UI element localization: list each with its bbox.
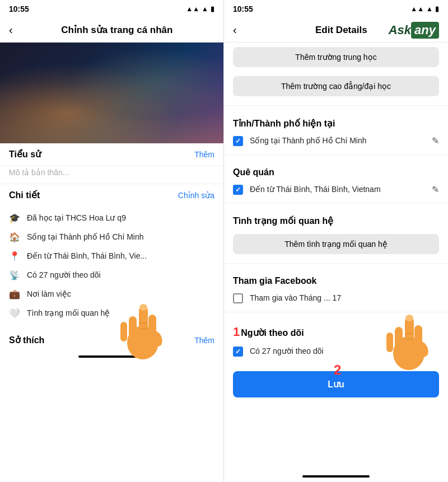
chi-tiet-label: Chi tiết — [9, 190, 40, 200]
work-icon: 💼 — [9, 288, 20, 300]
tinh-thanh-checkbox[interactable]: ✓ — [233, 136, 243, 146]
left-status-bar: 10:55 ▲▲ ▲ ▮ — [0, 0, 223, 18]
que-quan-text: Đến từ Thái Bình, Thái Bình, Vietnam — [250, 184, 381, 195]
bio-placeholder[interactable]: Mô tả bản thân... — [0, 166, 223, 184]
divider-4 — [224, 263, 448, 264]
svg-rect-4 — [120, 322, 127, 341]
add-university-button[interactable]: Thêm trường cao đẳng/đại học — [233, 76, 439, 96]
badge-1: 1 — [233, 325, 240, 339]
school-icon: 🎓 — [9, 212, 20, 223]
right-battery-icon: ▮ — [435, 5, 439, 13]
badge-2: 2 — [334, 362, 341, 378]
nguoi-theo-doi-section: 1Người theo dõi ✓ Có 27 người theo dõi — [224, 317, 448, 361]
checkmark-nguoi: ✓ — [235, 348, 241, 355]
tinh-thanh-label: Tỉnh/Thành phố hiện tại — [224, 110, 448, 132]
left-home-indicator — [0, 351, 223, 362]
right-panel: 10:55 ▲▲ ▲ ▮ ‹ Ask any Edit Details Thêm… — [224, 0, 448, 482]
city-lights — [0, 83, 223, 143]
left-header: ‹ Chỉnh sửa trang cá nhân — [0, 18, 223, 43]
hand-pointer-right — [381, 306, 437, 375]
que-quan-edit-icon[interactable]: ✎ — [432, 184, 439, 195]
tham-gia-label: Tham gia Facebook — [224, 268, 448, 289]
right-content: Thêm trường trung học Thêm trường cao đẳ… — [224, 43, 448, 471]
luu-button[interactable]: 2 Lưu — [233, 371, 439, 397]
chi-tiet-header: Chi tiết Chỉnh sửa — [0, 184, 223, 206]
right-time: 10:55 — [233, 4, 253, 13]
left-page-title: Chỉnh sửa trang cá nhân — [20, 24, 214, 36]
tham-gia-checkbox[interactable] — [233, 293, 243, 303]
right-home-indicator — [224, 471, 448, 482]
svg-point-15 — [405, 315, 413, 321]
detail-relationship-text: Tình trạng mối quan hệ — [27, 308, 110, 317]
que-quan-row: ✓ Đến từ Thái Bình, Thái Bình, Vietnam ✎ — [224, 181, 448, 199]
tinh-thanh-text: Sống tại Thành phố Hồ Chí Minh — [250, 135, 367, 147]
detail-list: 🎓 Đã học tại THCS Hoa Lư q9 🏠 Sống tại T… — [0, 206, 223, 327]
add-thcs-button[interactable]: Thêm trường trung học — [233, 47, 439, 67]
back-button[interactable]: ‹ — [9, 24, 13, 36]
right-status-icons: ▲▲ ▲ ▮ — [410, 5, 439, 13]
right-nav: ‹ Ask any Edit Details — [224, 18, 448, 43]
wifi-icon: ▲ — [202, 5, 208, 13]
tinh-thanh-edit-icon[interactable]: ✎ — [432, 135, 439, 146]
tham-gia-row: Tham gia vào Tháng ... 17 — [224, 289, 448, 307]
detail-school-text: Đã học tại THCS Hoa Lư q9 — [27, 213, 126, 222]
tinh-trang-label: Tình trạng mối quan hệ — [224, 208, 448, 230]
right-wifi-icon: ▲ — [426, 5, 433, 13]
detail-item-followers: 📡 Có 27 người theo dõi — [0, 265, 223, 284]
add-status-button[interactable]: Thêm tình trạng mối quan hệ — [233, 234, 439, 254]
svg-rect-10 — [405, 317, 414, 348]
left-time: 10:55 — [9, 4, 29, 13]
detail-work-text: Nơi làm việc — [27, 289, 71, 298]
detail-item-relationship: 🤍 Tình trạng mối quan hệ — [0, 303, 223, 322]
so-thich-label: Sở thích — [9, 335, 44, 345]
divider-1 — [224, 105, 448, 106]
que-quan-label: Quê quán — [224, 160, 448, 181]
detail-item-home: 🏠 Sống tại Thành phố Hồ Chí Minh — [0, 227, 223, 246]
luu-label: Lưu — [328, 380, 344, 389]
askany-logo: Ask any — [389, 22, 439, 39]
battery-icon: ▮ — [211, 5, 214, 13]
nguoi-theo-doi-checkbox[interactable]: ✓ — [233, 347, 243, 357]
followers-icon: 📡 — [9, 269, 20, 280]
any-text: any — [411, 22, 439, 39]
tieu-su-section: Tiểu sử Thêm — [0, 143, 223, 166]
right-status-bar: 10:55 ▲▲ ▲ ▮ — [224, 0, 448, 18]
cover-photo — [0, 43, 223, 143]
svg-rect-13 — [386, 333, 393, 352]
hand-pointer-left — [118, 295, 168, 364]
svg-rect-12 — [395, 327, 403, 350]
left-status-icons: ▲▲ ▲ ▮ — [186, 5, 214, 13]
divider-2 — [224, 155, 448, 155]
right-back-button[interactable]: ‹ — [233, 24, 237, 36]
que-quan-checkbox[interactable]: ✓ — [233, 185, 243, 195]
them-tieu-su-button[interactable]: Thêm — [194, 150, 214, 159]
detail-followers-text: Có 27 người theo dõi — [27, 270, 101, 279]
detail-item-school: 🎓 Đã học tại THCS Hoa Lư q9 — [0, 208, 223, 227]
svg-rect-3 — [129, 316, 137, 340]
divider-3 — [224, 203, 448, 203]
tham-gia-text: Tham gia vào Tháng ... 17 — [250, 293, 341, 304]
heart-icon: 🤍 — [9, 307, 20, 319]
left-panel: 10:55 ▲▲ ▲ ▮ ‹ Chỉnh sửa trang cá nhân T… — [0, 0, 224, 482]
home-icon: 🏠 — [9, 231, 20, 242]
detail-home-text: Sống tại Thành phố Hồ Chí Minh — [27, 232, 144, 241]
nguoi-theo-doi-text: Có 27 người theo dõi — [250, 346, 324, 357]
detail-item-origin: 📍 Đến từ Thái Bình, Thái Bình, Vie... — [0, 246, 223, 265]
chinh-sua-button[interactable]: Chỉnh sửa — [178, 191, 214, 200]
ask-text: Ask — [389, 23, 411, 38]
signal-icon: ▲▲ — [186, 5, 199, 13]
home-bar-right — [302, 475, 370, 478]
them-so-thich-button[interactable]: Thêm — [194, 336, 214, 345]
location-icon: 📍 — [9, 250, 20, 261]
tieu-su-label: Tiểu sử — [9, 149, 41, 160]
svg-rect-1 — [139, 306, 148, 337]
checkmark-que-quan: ✓ — [235, 186, 241, 194]
detail-item-work: 💼 Nơi làm việc — [0, 284, 223, 303]
detail-origin-text: Đến từ Thái Bình, Thái Bình, Vie... — [27, 251, 147, 260]
tinh-thanh-row: ✓ Sống tại Thành phố Hồ Chí Minh ✎ — [224, 132, 448, 150]
right-signal-icon: ▲▲ — [410, 5, 424, 13]
hand-icon-left — [118, 295, 168, 362]
checkmark-tinh-thanh: ✓ — [235, 137, 241, 145]
svg-point-6 — [139, 304, 147, 311]
so-thich-header: Sở thích Thêm — [0, 329, 223, 351]
